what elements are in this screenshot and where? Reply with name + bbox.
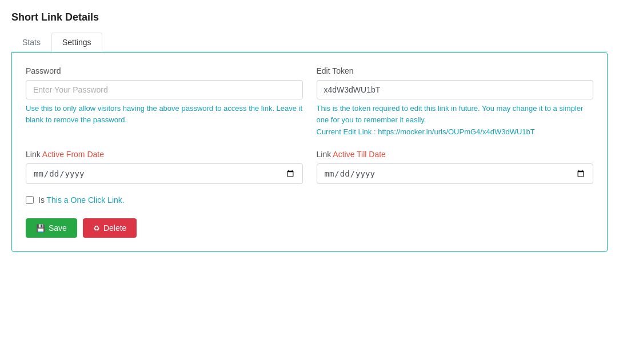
link-active-till-label: Link Active Till Date [317, 150, 594, 159]
password-group: Password Use this to only allow visitors… [26, 66, 303, 136]
settings-card: Password Use this to only allow visitors… [11, 52, 608, 252]
link-active-from-input[interactable] [26, 163, 303, 184]
save-button[interactable]: 💾 Save [26, 218, 77, 238]
one-click-row: Is This a One Click Link. [26, 195, 593, 205]
tab-bar: Stats Settings [11, 33, 608, 52]
page-title: Short Link Details [11, 11, 608, 23]
save-icon: 💾 [36, 224, 45, 233]
edit-token-hint: This is the token required to edit this … [317, 103, 594, 125]
action-row: 💾 Save ♻ Delete [26, 218, 593, 238]
edit-token-group: Edit Token This is the token required to… [317, 66, 594, 136]
delete-icon: ♻ [93, 224, 100, 233]
date-row: Link Active From Date Link Active Till D… [26, 150, 593, 184]
one-click-checkbox[interactable] [26, 196, 34, 204]
tab-settings[interactable]: Settings [51, 33, 102, 52]
password-label: Password [26, 66, 303, 75]
edit-token-label: Edit Token [317, 66, 594, 75]
current-edit-link-label: Current Edit Link : [317, 127, 376, 136]
password-input[interactable] [26, 80, 303, 99]
delete-button[interactable]: ♻ Delete [83, 218, 137, 238]
link-active-till-group: Link Active Till Date [317, 150, 594, 184]
password-hint: Use this to only allow visitors having t… [26, 103, 303, 125]
link-active-from-label: Link Active From Date [26, 150, 303, 159]
tab-stats[interactable]: Stats [11, 33, 51, 51]
link-active-till-input[interactable] [317, 163, 594, 184]
current-edit-link: Current Edit Link : https://mocker.in/ur… [317, 127, 594, 136]
edit-token-input[interactable] [317, 80, 594, 99]
current-edit-link-url[interactable]: https://mocker.in/urls/OUPmG4/x4dW3dWU1b… [378, 127, 535, 136]
one-click-label[interactable]: Is This a One Click Link. [38, 195, 125, 205]
link-active-from-group: Link Active From Date [26, 150, 303, 184]
form-grid-top: Password Use this to only allow visitors… [26, 66, 593, 136]
